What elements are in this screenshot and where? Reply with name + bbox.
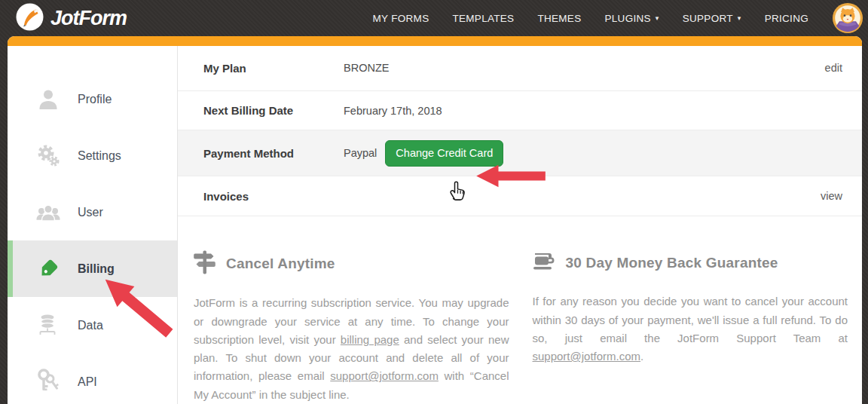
gears-icon — [35, 143, 62, 169]
info-section: Cancel Anytime JotForm is a recurring su… — [178, 216, 862, 404]
sidebar-label: Profile — [78, 93, 112, 106]
billing-page-link[interactable]: billing page — [341, 333, 399, 346]
sidebar-item-settings[interactable]: Settings — [8, 127, 177, 184]
nav-pricing[interactable]: PRICING — [765, 13, 808, 24]
sidebar-item-profile[interactable]: Profile — [8, 71, 177, 127]
users-icon — [35, 200, 62, 225]
sidebar-label: Settings — [78, 149, 121, 163]
coffee-cup-icon — [532, 249, 556, 277]
hand-cursor-icon — [446, 179, 469, 205]
cancel-anytime-text: JotForm is a recurring subscription serv… — [194, 294, 509, 404]
next-billing-value: February 17th, 2018 — [344, 105, 442, 117]
caret-down-icon: ▾ — [656, 14, 659, 22]
accent-bar — [8, 36, 862, 46]
payment-method-value: Paypal — [344, 147, 377, 159]
money-back-section: 30 Day Money Back Guarantee If for any r… — [532, 249, 848, 404]
money-back-title: 30 Day Money Back Guarantee — [566, 255, 778, 271]
nav-my-forms[interactable]: MY FORMS — [373, 13, 429, 24]
support-email-link[interactable]: support@jotform.com — [533, 350, 641, 363]
money-back-text: If for any reason you decide you want to… — [533, 292, 848, 366]
jotform-logo[interactable]: JotForm — [16, 3, 127, 34]
row-label: Next Billing Date — [203, 104, 344, 117]
row-label: Invoices — [203, 190, 344, 203]
sidebar-label: User — [78, 206, 103, 219]
selected-indicator — [8, 240, 13, 297]
row-next-billing-date: Next Billing Date February 17th, 2018 — [178, 91, 862, 130]
support-email-link[interactable]: support@jotform.com — [330, 369, 439, 382]
sidebar-item-billing[interactable]: Billing — [8, 240, 177, 297]
sidebar-label: API — [78, 375, 97, 389]
sidebar-label: Data — [78, 319, 103, 332]
nav-templates[interactable]: TEMPLATES — [452, 13, 514, 24]
nav-support[interactable]: SUPPORT▾ — [683, 13, 741, 24]
edit-link[interactable]: edit — [825, 62, 842, 74]
plan-value: BRONZE — [344, 62, 389, 74]
top-navbar: JotForm MY FORMS TEMPLATES THEMES PLUGIN… — [0, 0, 868, 36]
jotform-logo-icon — [16, 3, 44, 34]
sidebar-item-user[interactable]: User — [8, 184, 177, 240]
user-avatar[interactable] — [832, 2, 863, 34]
caret-down-icon: ▾ — [738, 14, 741, 22]
cancel-anytime-section: Cancel Anytime JotForm is a recurring su… — [193, 249, 509, 404]
signpost-icon — [193, 249, 216, 278]
jotform-logo-text: JotForm — [50, 7, 127, 30]
row-label: Payment Method — [203, 147, 344, 160]
nav-menu: MY FORMS TEMPLATES THEMES PLUGINS▾ SUPPO… — [373, 2, 863, 34]
settings-sidebar: Profile Settings — [8, 46, 177, 404]
view-link[interactable]: view — [821, 190, 842, 202]
settings-card: Profile Settings — [8, 36, 862, 404]
nav-plugins[interactable]: PLUGINS▾ — [604, 13, 659, 24]
person-icon — [35, 87, 62, 112]
row-label: My Plan — [203, 62, 344, 75]
nav-themes[interactable]: THEMES — [537, 13, 581, 24]
row-my-plan: My Plan BRONZE edit — [178, 46, 862, 91]
change-credit-card-button[interactable]: Change Credit Card — [385, 140, 503, 167]
sidebar-item-api[interactable]: API — [8, 354, 177, 404]
billing-content: My Plan BRONZE edit Next Billing Date Fe… — [177, 46, 862, 404]
tag-icon — [35, 256, 62, 282]
database-icon — [35, 313, 62, 338]
keys-icon — [35, 369, 62, 396]
annotation-arrow-change-card — [474, 164, 548, 191]
cancel-anytime-title: Cancel Anytime — [226, 256, 335, 272]
